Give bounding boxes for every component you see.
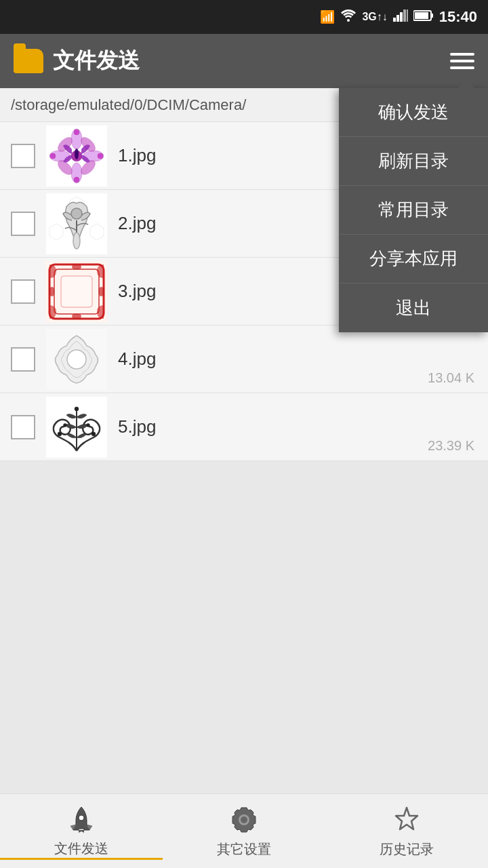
file-name-4: 4.jpg (118, 349, 477, 370)
svg-point-38 (92, 432, 96, 436)
svg-point-44 (241, 816, 247, 823)
svg-point-25 (71, 208, 82, 219)
file-checkbox-4[interactable] (11, 347, 35, 372)
nav-label-history: 历史记录 (380, 840, 434, 859)
svg-point-19 (74, 130, 79, 135)
file-name-5: 5.jpg (118, 416, 477, 437)
file-thumbnail-5 (46, 397, 107, 458)
status-bar: 📶 3G↑↓ 15:4 (0, 0, 488, 34)
app-title: 文件发送 (53, 46, 140, 76)
nav-item-file-send[interactable]: 文件发送 (0, 803, 163, 860)
svg-point-39 (64, 423, 67, 427)
wifi-icon (340, 9, 357, 26)
file-thumbnail-2 (46, 193, 107, 254)
menu-item-common-dir[interactable]: 常用目录 (339, 186, 488, 235)
rocket-icon (65, 803, 98, 835)
file-checkbox-1[interactable] (11, 144, 35, 168)
hamburger-line-3 (450, 66, 474, 69)
file-checkbox-5[interactable] (11, 415, 35, 439)
svg-point-20 (74, 177, 79, 182)
svg-rect-5 (407, 9, 408, 22)
file-size-5: 23.39 K (428, 438, 474, 454)
folder-icon (14, 49, 43, 73)
hamburger-line-2 (450, 60, 474, 62)
file-thumbnail-4 (46, 329, 107, 390)
hamburger-line-1 (450, 53, 474, 56)
menu-item-share-app[interactable]: 分享本应用 (339, 235, 488, 283)
file-checkbox-2[interactable] (11, 212, 35, 236)
file-size-4: 13.04 K (428, 370, 474, 386)
sim-icon: 📶 (320, 9, 335, 24)
menu-item-exit[interactable]: 退出 (339, 283, 488, 332)
dropdown-menu: 确认发送 刷新目录 常用目录 分享本应用 退出 (339, 88, 488, 332)
svg-point-42 (79, 815, 84, 821)
svg-point-37 (58, 432, 62, 436)
gear-icon (228, 804, 260, 836)
svg-rect-3 (400, 12, 403, 22)
svg-point-41 (75, 407, 79, 411)
dropdown-arrow (458, 77, 474, 88)
current-path: /storage/emulated/0/DCIM/Camera/ (11, 96, 246, 114)
app-bar-left: 文件发送 (14, 46, 140, 76)
network-3g-icon: 3G↑↓ (362, 11, 387, 23)
file-item-5[interactable]: 5.jpg 23.39 K (0, 393, 488, 461)
app-bar: 文件发送 (0, 34, 488, 88)
svg-point-23 (75, 149, 79, 159)
battery-icon (413, 9, 434, 25)
bottom-nav: 文件发送 其它设置 历史记录 (0, 793, 488, 868)
svg-point-40 (87, 423, 90, 427)
nav-label-settings: 其它设置 (217, 840, 271, 859)
svg-rect-4 (403, 9, 406, 22)
file-thumbnail-1 (46, 125, 107, 186)
file-thumbnail-3 (46, 261, 107, 322)
svg-rect-7 (415, 12, 428, 19)
time-display: 15:40 (439, 8, 477, 26)
svg-rect-1 (393, 18, 396, 22)
nav-item-history[interactable]: 历史记录 (325, 804, 488, 859)
menu-item-confirm-send[interactable]: 确认发送 (339, 88, 488, 137)
menu-button[interactable] (450, 53, 474, 69)
nav-item-settings[interactable]: 其它设置 (163, 804, 325, 859)
svg-point-35 (67, 350, 86, 369)
file-checkbox-3[interactable] (11, 279, 35, 304)
svg-point-26 (73, 233, 80, 249)
nav-label-file-send: 文件发送 (54, 840, 108, 858)
svg-point-21 (50, 153, 56, 159)
svg-rect-8 (431, 14, 433, 18)
status-icons: 📶 3G↑↓ 15:4 (320, 8, 477, 26)
svg-rect-2 (396, 15, 399, 22)
svg-rect-33 (61, 276, 92, 307)
file-item-4[interactable]: 4.jpg 13.04 K (0, 326, 488, 393)
signal-icon (393, 9, 408, 25)
svg-point-0 (347, 19, 350, 22)
menu-item-refresh-dir[interactable]: 刷新目录 (339, 137, 488, 186)
star-icon (390, 804, 423, 836)
svg-point-22 (98, 153, 103, 159)
